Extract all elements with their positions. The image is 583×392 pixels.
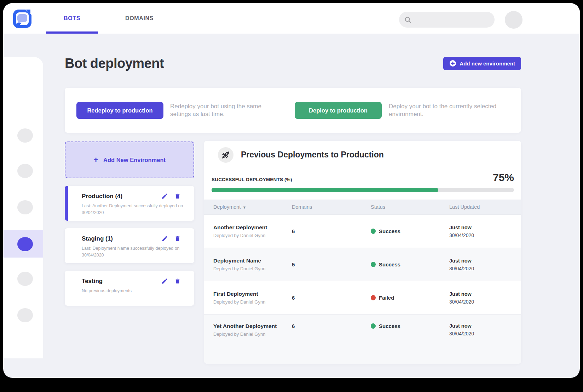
column-header-last-updated[interactable]: Last Updated xyxy=(449,204,521,210)
status-label: Success xyxy=(379,261,400,267)
updated-relative: Just now xyxy=(449,323,521,329)
sidebar-item-3-icon[interactable] xyxy=(17,200,33,214)
table-header-row: Deployment▼ Domains Status Last Updated xyxy=(204,200,521,214)
tab-domains[interactable]: DOMAINS xyxy=(111,3,168,34)
deployment-name: Yet Another Deployment xyxy=(213,323,292,329)
updated-date: 30/04/2020 xyxy=(449,232,521,238)
active-tab-underline xyxy=(46,31,98,34)
success-rate-value: 75% xyxy=(493,172,514,184)
deployment-domains: 5 xyxy=(292,261,371,267)
page-title: Bot deployment xyxy=(65,56,164,71)
search-icon xyxy=(404,16,412,24)
status-dot xyxy=(371,229,376,234)
sidebar-item-6-icon[interactable] xyxy=(17,308,33,322)
deployment-row[interactable]: First Deployment Deployed by Daniel Gynn… xyxy=(204,281,521,314)
panel-title: Previous Deployments to Production xyxy=(241,150,384,160)
rocket-icon xyxy=(218,147,233,163)
deployment-domains: 6 xyxy=(292,295,371,301)
environment-card-production[interactable]: Production (4) Last: Another Deployment … xyxy=(65,186,194,221)
status-label: Success xyxy=(379,323,400,329)
panel-header: Previous Deployments to Production xyxy=(204,141,521,169)
edit-icon[interactable] xyxy=(161,235,168,242)
updated-relative: Just now xyxy=(449,291,521,297)
deployment-name: Another Deployment xyxy=(213,224,292,231)
edit-icon[interactable] xyxy=(161,278,168,284)
deploy-actions-card: Redeploy to production Redeploy your bot… xyxy=(65,88,521,133)
add-new-environment-button[interactable]: Add new environment xyxy=(443,57,521,70)
deployment-name: First Deployment xyxy=(213,291,292,297)
delete-icon[interactable] xyxy=(174,235,181,242)
success-rate-section: SUCCESSFUL DEPLOYMENTS (%) 75% xyxy=(204,169,521,200)
add-new-environment-tile[interactable]: + Add New Environment xyxy=(65,142,194,178)
sidebar-item-5-icon[interactable] xyxy=(17,272,33,286)
app-logo-icon[interactable] xyxy=(13,8,32,28)
search-box[interactable] xyxy=(399,12,495,28)
plus-circle-icon xyxy=(449,60,456,67)
updated-date: 30/04/2020 xyxy=(449,266,521,271)
redeploy-description: Redeploy your bot using the same setting… xyxy=(170,103,276,119)
deployment-name: Deployment Name xyxy=(213,258,292,264)
column-header-status[interactable]: Status xyxy=(371,204,449,210)
deployment-row[interactable]: Yet Another Deployment Deployed by Danie… xyxy=(204,314,521,364)
status-dot xyxy=(371,323,376,329)
deployment-row[interactable]: Deployment Name Deployed by Daniel Gynn … xyxy=(204,248,521,281)
deploy-to-production-button[interactable]: Deploy to production xyxy=(295,102,382,119)
sidebar-item-4-icon-active[interactable] xyxy=(17,237,33,251)
column-header-domains[interactable]: Domains xyxy=(292,204,371,210)
top-navigation-bar: BOTS DOMAINS xyxy=(3,3,580,34)
environment-card-testing[interactable]: Testing No previous deployments xyxy=(65,271,194,306)
deployment-author: Deployed by Daniel Gynn xyxy=(213,332,292,337)
delete-icon[interactable] xyxy=(174,193,181,200)
deployment-author: Deployed by Daniel Gynn xyxy=(213,233,292,238)
search-input[interactable] xyxy=(415,17,485,23)
environment-last-deploy: Last: Deployment Name successfully deplo… xyxy=(82,245,184,259)
add-new-environment-tile-label: Add New Environment xyxy=(103,157,166,163)
progress-bar-track xyxy=(212,188,514,192)
updated-date: 30/04/2020 xyxy=(449,299,521,305)
plus-icon: + xyxy=(93,156,98,164)
deployment-domains: 6 xyxy=(292,228,371,234)
environment-last-deploy: Last: Another Deployment successfully de… xyxy=(82,203,184,217)
environment-card-staging[interactable]: Staging (1) Last: Deployment Name succes… xyxy=(65,228,194,263)
deploy-description: Deploy your bot to the currently selecte… xyxy=(389,103,516,119)
environment-last-deploy: No previous deployments xyxy=(82,288,184,294)
environment-name: Testing xyxy=(82,278,103,285)
delete-icon[interactable] xyxy=(174,278,181,284)
app-window: BOTS DOMAINS Bot deployment xyxy=(3,3,580,378)
screen: BOTS DOMAINS Bot deployment xyxy=(0,0,583,392)
edit-icon[interactable] xyxy=(161,193,168,200)
deployment-domains: 6 xyxy=(292,323,371,329)
sidebar-item-2-icon[interactable] xyxy=(17,164,33,178)
previous-deployments-panel: Previous Deployments to Production SUCCE… xyxy=(204,141,521,364)
updated-date: 30/04/2020 xyxy=(449,331,521,336)
deployment-row[interactable]: Another Deployment Deployed by Daniel Gy… xyxy=(204,214,521,248)
success-rate-label: SUCCESSFUL DEPLOYMENTS (%) xyxy=(212,177,292,182)
deployment-author: Deployed by Daniel Gynn xyxy=(213,266,292,271)
sort-caret-icon: ▼ xyxy=(242,205,246,209)
sidebar-item-1-icon[interactable] xyxy=(17,128,33,143)
active-environment-accent-bar xyxy=(65,186,68,221)
status-label: Failed xyxy=(379,295,394,301)
progress-bar-fill xyxy=(212,188,438,192)
tab-bots[interactable]: BOTS xyxy=(46,3,98,34)
sidebar xyxy=(3,57,43,358)
status-label: Success xyxy=(379,228,400,234)
user-avatar[interactable] xyxy=(505,11,523,29)
redeploy-to-production-button[interactable]: Redeploy to production xyxy=(76,102,163,119)
add-new-environment-label: Add new environment xyxy=(460,60,515,67)
environment-list: + Add New Environment Production (4) Las… xyxy=(65,142,194,306)
updated-relative: Just now xyxy=(449,225,521,230)
status-dot xyxy=(371,295,376,300)
column-header-deployment[interactable]: Deployment▼ xyxy=(213,204,292,210)
page-header: Bot deployment Add new environment xyxy=(65,55,521,72)
environment-name: Staging (1) xyxy=(82,235,113,242)
status-dot xyxy=(371,262,376,267)
environment-name: Production (4) xyxy=(82,193,122,200)
deployment-author: Deployed by Daniel Gynn xyxy=(213,299,292,305)
updated-relative: Just now xyxy=(449,258,521,264)
